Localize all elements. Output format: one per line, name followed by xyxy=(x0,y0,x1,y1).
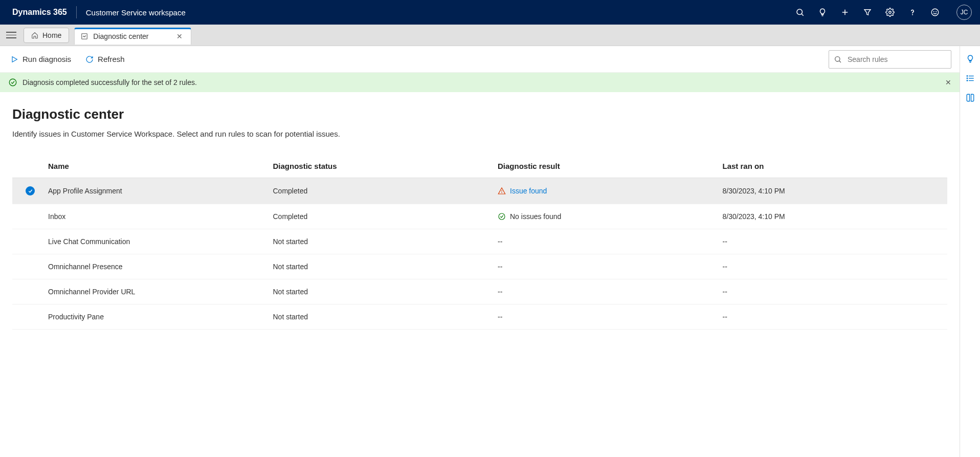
smiley-icon[interactable] xyxy=(930,7,940,17)
svg-point-5 xyxy=(912,14,913,15)
refresh-label: Refresh xyxy=(98,55,125,63)
table-header: Name Diagnostic status Diagnostic result… xyxy=(12,155,947,178)
svg-point-0 xyxy=(797,9,803,15)
checkmark-icon xyxy=(26,186,35,195)
refresh-icon xyxy=(85,55,94,63)
table-row[interactable]: Omnichannel PresenceNot started---- xyxy=(12,254,947,279)
table-row[interactable]: InboxCompletedNo issues found8/30/2023, … xyxy=(12,204,947,229)
chart-icon xyxy=(81,33,88,40)
right-rail xyxy=(960,46,980,457)
rule-last-ran: -- xyxy=(723,263,948,271)
search-input[interactable] xyxy=(829,50,951,69)
rule-status: Not started xyxy=(273,237,498,246)
brand-name: Dynamics 365 xyxy=(12,8,67,17)
success-banner: Diagnosis completed successfully for the… xyxy=(0,73,960,92)
col-result[interactable]: Diagnostic result xyxy=(498,162,723,170)
rule-last-ran: 8/30/2023, 4:10 PM xyxy=(723,212,948,221)
rule-last-ran: -- xyxy=(723,288,948,296)
svg-point-20 xyxy=(967,78,968,79)
col-status[interactable]: Diagnostic status xyxy=(273,162,498,170)
rule-status: Not started xyxy=(273,313,498,321)
rule-result: -- xyxy=(498,313,723,321)
tab-home-label: Home xyxy=(42,31,61,39)
rule-name: Omnichannel Presence xyxy=(48,263,273,271)
rule-status: Completed xyxy=(273,212,498,221)
tab-home[interactable]: Home xyxy=(24,28,69,43)
lightbulb-icon[interactable] xyxy=(817,7,828,17)
svg-line-1 xyxy=(801,14,804,16)
lightbulb-icon[interactable] xyxy=(966,54,975,63)
run-diagnosis-label: Run diagnosis xyxy=(23,55,71,63)
workspace-name[interactable]: Customer Service workspace xyxy=(86,8,186,17)
list-icon[interactable] xyxy=(966,74,975,83)
rule-last-ran: 8/30/2023, 4:10 PM xyxy=(723,187,948,195)
rule-name: Productivity Pane xyxy=(48,313,273,321)
banner-message: Diagnosis completed successfully for the… xyxy=(23,78,197,86)
rule-result: No issues found xyxy=(498,212,723,221)
search-icon xyxy=(834,55,842,63)
table-row[interactable]: App Profile AssignmentCompletedIssue fou… xyxy=(12,178,947,204)
col-name[interactable]: Name xyxy=(48,162,273,170)
svg-point-14 xyxy=(502,192,502,193)
svg-point-10 xyxy=(835,56,840,61)
table-row[interactable]: Omnichannel Provider URLNot started---- xyxy=(12,279,947,304)
tab-bar: Home Diagnostic center ✕ xyxy=(0,25,980,46)
diagnostic-table: Name Diagnostic status Diagnostic result… xyxy=(12,155,947,330)
svg-line-11 xyxy=(839,60,841,62)
tab-diagnostic[interactable]: Diagnostic center ✕ xyxy=(74,28,191,45)
home-icon xyxy=(31,32,38,39)
svg-point-7 xyxy=(933,11,934,12)
play-icon xyxy=(10,55,18,63)
top-nav: Dynamics 365 Customer Service workspace … xyxy=(0,0,980,25)
rule-status: Not started xyxy=(273,263,498,271)
search-icon[interactable] xyxy=(795,7,805,17)
col-last-ran[interactable]: Last ran on xyxy=(723,162,948,170)
svg-point-15 xyxy=(499,213,505,220)
nav-icons: JC xyxy=(795,5,972,20)
user-avatar[interactable]: JC xyxy=(956,5,972,20)
rule-name: Live Chat Communication xyxy=(48,237,273,246)
tab-diagnostic-label: Diagnostic center xyxy=(93,32,148,40)
nav-divider xyxy=(76,6,77,18)
rule-last-ran: -- xyxy=(723,313,948,321)
refresh-button[interactable]: Refresh xyxy=(83,52,127,67)
rule-status: Not started xyxy=(273,288,498,296)
rule-name: App Profile Assignment xyxy=(48,187,273,195)
check-circle-icon xyxy=(8,78,17,87)
rule-result: -- xyxy=(498,237,723,246)
banner-close-icon[interactable]: ✕ xyxy=(945,78,951,86)
hamburger-menu[interactable] xyxy=(6,30,16,40)
main-content: Run diagnosis Refresh Diagnosis complete… xyxy=(0,46,960,457)
check-circle-icon xyxy=(498,212,506,221)
svg-point-6 xyxy=(931,9,939,16)
warning-icon xyxy=(498,187,506,195)
book-icon[interactable] xyxy=(966,93,975,102)
run-diagnosis-button[interactable]: Run diagnosis xyxy=(8,52,73,67)
page-description: Identify issues in Customer Service Work… xyxy=(12,129,947,138)
help-icon[interactable] xyxy=(907,7,918,17)
page-title: Diagnostic center xyxy=(12,106,947,122)
svg-point-4 xyxy=(889,11,892,14)
command-bar: Run diagnosis Refresh xyxy=(0,46,960,73)
gear-icon[interactable] xyxy=(885,7,895,17)
issue-link[interactable]: Issue found xyxy=(510,187,547,195)
rule-last-ran: -- xyxy=(723,237,948,246)
svg-point-8 xyxy=(936,11,937,12)
rule-name: Omnichannel Provider URL xyxy=(48,288,273,296)
rule-result: -- xyxy=(498,263,723,271)
tab-close-icon[interactable]: ✕ xyxy=(174,32,185,40)
avatar-initials: JC xyxy=(961,9,968,16)
rule-result: -- xyxy=(498,288,723,296)
table-row[interactable]: Productivity PaneNot started---- xyxy=(12,304,947,330)
svg-point-21 xyxy=(967,80,968,81)
rule-name: Inbox xyxy=(48,212,273,221)
rule-result: Issue found xyxy=(498,187,723,195)
rule-status: Completed xyxy=(273,187,498,195)
svg-point-12 xyxy=(9,79,16,86)
add-icon[interactable] xyxy=(840,7,850,17)
filter-icon[interactable] xyxy=(862,7,873,17)
row-select[interactable] xyxy=(12,186,48,195)
svg-point-19 xyxy=(967,76,968,77)
table-row[interactable]: Live Chat CommunicationNot started---- xyxy=(12,229,947,254)
